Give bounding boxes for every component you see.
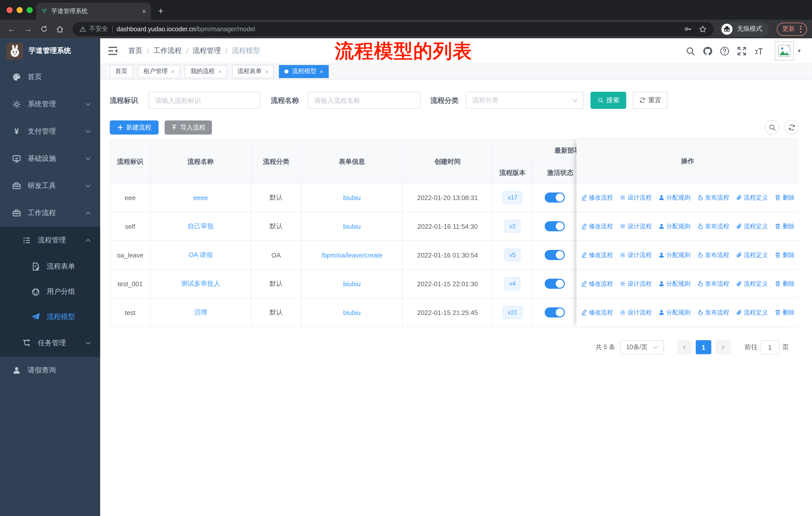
import-process-button[interactable]: 导入流程 — [165, 120, 212, 135]
delete-action[interactable]: 删除 — [775, 251, 794, 259]
bookmark-star-icon[interactable] — [699, 25, 707, 33]
sidebar-item-process-model[interactable]: 流程模型 — [0, 304, 100, 330]
process-name-link[interactable]: eeee — [193, 194, 208, 201]
user-avatar[interactable] — [775, 41, 794, 60]
sidebar-item-home[interactable]: 首页 — [0, 63, 100, 91]
breadcrumb-item[interactable]: 工作流程 — [153, 46, 182, 55]
active-toggle[interactable] — [545, 279, 564, 289]
browser-menu-update-button[interactable]: 更新 — [777, 22, 807, 35]
delete-action[interactable]: 删除 — [775, 222, 794, 230]
tag-close-icon[interactable]: × — [320, 68, 323, 74]
sidebar-item-leave-query[interactable]: 请假查询 — [0, 357, 100, 384]
create-process-button[interactable]: 新建流程 — [110, 120, 158, 135]
assign-rule-action[interactable]: 分配规则 — [658, 279, 690, 288]
tag-process-model[interactable]: 流程模型 × — [279, 65, 329, 78]
active-toggle[interactable] — [545, 221, 564, 231]
process-name-input[interactable] — [308, 92, 421, 109]
goto-page-input[interactable] — [761, 340, 779, 354]
fullscreen-icon[interactable] — [737, 46, 747, 56]
process-definition-action[interactable]: 流程定义 — [736, 251, 768, 259]
sidebar-fold-icon[interactable] — [108, 46, 118, 56]
tag-process-form[interactable]: 流程表单 × — [232, 65, 274, 78]
page-size-select[interactable]: 10条/页 — [620, 340, 664, 354]
window-close-button[interactable] — [6, 7, 12, 13]
sidebar-item-system[interactable]: 系统管理 — [0, 91, 100, 118]
next-page-button[interactable] — [715, 340, 731, 354]
window-zoom-button[interactable] — [27, 7, 33, 13]
tab-close-icon[interactable]: × — [142, 7, 146, 15]
prev-page-button[interactable] — [677, 340, 692, 354]
sidebar-item-infra[interactable]: 基础设施 — [0, 145, 100, 172]
publish-process-action[interactable]: 发布流程 — [697, 222, 729, 230]
page-number-current[interactable]: 1 — [696, 340, 711, 354]
process-definition-action[interactable]: 流程定义 — [736, 222, 768, 230]
help-icon[interactable] — [720, 46, 729, 56]
search-icon[interactable] — [686, 46, 695, 56]
avatar-caret-icon[interactable]: ▼ — [797, 48, 802, 53]
form-link[interactable]: biubiu — [343, 309, 360, 316]
tag-tenant-management[interactable]: 租户管理 × — [138, 65, 180, 78]
tag-home[interactable]: 首页 — [110, 65, 133, 78]
key-icon[interactable] — [684, 25, 692, 33]
process-definition-action[interactable]: 流程定义 — [736, 193, 768, 202]
window-minimize-button[interactable] — [17, 7, 23, 13]
active-toggle[interactable] — [545, 307, 564, 318]
design-process-action[interactable]: 设计流程 — [619, 308, 652, 317]
back-button[interactable]: ← — [5, 22, 18, 35]
font-size-icon[interactable] — [754, 46, 764, 56]
active-toggle[interactable] — [545, 192, 564, 202]
design-process-action[interactable]: 设计流程 — [619, 279, 652, 288]
publish-process-action[interactable]: 发布流程 — [697, 251, 729, 259]
security-indicator[interactable]: 不安全 — [80, 25, 108, 33]
process-definition-action[interactable]: 流程定义 — [736, 308, 768, 317]
process-name-link[interactable]: OA 请假 — [188, 250, 212, 260]
publish-process-action[interactable]: 发布流程 — [697, 193, 729, 202]
address-bar[interactable]: 不安全 dashboard.yudao.iocoder.cn/bpm/manag… — [72, 22, 714, 36]
form-link[interactable]: biubiu — [343, 194, 360, 201]
form-link[interactable]: biubiu — [343, 280, 360, 288]
edit-process-action[interactable]: 修改流程 — [581, 251, 613, 259]
reload-button[interactable] — [37, 22, 50, 35]
new-tab-button[interactable]: + — [158, 2, 163, 20]
breadcrumb-item[interactable]: 首页 — [128, 46, 142, 55]
edit-process-action[interactable]: 修改流程 — [581, 279, 613, 288]
assign-rule-action[interactable]: 分配规则 — [658, 193, 690, 202]
tag-my-process[interactable]: 我的流程 × — [185, 65, 227, 78]
search-button[interactable]: 搜索 — [590, 92, 626, 109]
process-key-input[interactable] — [148, 92, 260, 109]
process-name-link[interactable]: 测试多审批人 — [181, 279, 220, 288]
sidebar-item-process-form[interactable]: 流程表单 — [0, 254, 100, 279]
sidebar-item-workflow[interactable]: 工作流程 — [0, 199, 100, 227]
sidebar-item-devtools[interactable]: 研发工具 — [0, 172, 100, 199]
process-name-link[interactable]: 自己审批 — [187, 222, 214, 231]
assign-rule-action[interactable]: 分配规则 — [658, 222, 690, 230]
breadcrumb-item[interactable]: 流程管理 — [193, 46, 221, 55]
process-definition-action[interactable]: 流程定义 — [736, 279, 768, 288]
table-refresh-button[interactable] — [784, 120, 799, 135]
edit-process-action[interactable]: 修改流程 — [581, 193, 613, 202]
assign-rule-action[interactable]: 分配规则 — [658, 251, 690, 259]
assign-rule-action[interactable]: 分配规则 — [658, 308, 690, 317]
tag-close-icon[interactable]: × — [171, 68, 174, 74]
home-button[interactable] — [53, 22, 66, 35]
sidebar-item-task-management[interactable]: 任务管理 — [0, 330, 100, 357]
design-process-action[interactable]: 设计流程 — [619, 251, 652, 259]
tag-close-icon[interactable]: × — [265, 68, 268, 74]
design-process-action[interactable]: 设计流程 — [619, 222, 652, 230]
delete-action[interactable]: 删除 — [775, 193, 794, 202]
table-search-toggle-button[interactable] — [765, 120, 779, 135]
edit-process-action[interactable]: 修改流程 — [581, 308, 613, 317]
sidebar-item-process-management[interactable]: 流程管理 — [0, 227, 100, 254]
forward-button[interactable]: → — [21, 22, 34, 35]
form-link[interactable]: /bpm/oa/leave/create — [321, 251, 383, 259]
sidebar-item-user-group[interactable]: 用户分组 — [0, 279, 100, 304]
delete-action[interactable]: 删除 — [775, 308, 794, 317]
process-name-link[interactable]: 滔博 — [194, 308, 207, 317]
github-icon[interactable] — [703, 46, 712, 56]
active-toggle[interactable] — [545, 250, 564, 260]
edit-process-action[interactable]: 修改流程 — [581, 222, 613, 230]
design-process-action[interactable]: 设计流程 — [619, 193, 652, 202]
publish-process-action[interactable]: 发布流程 — [697, 279, 729, 288]
publish-process-action[interactable]: 发布流程 — [697, 308, 729, 317]
browser-tab[interactable]: 芋道管理系统 × — [36, 2, 151, 20]
